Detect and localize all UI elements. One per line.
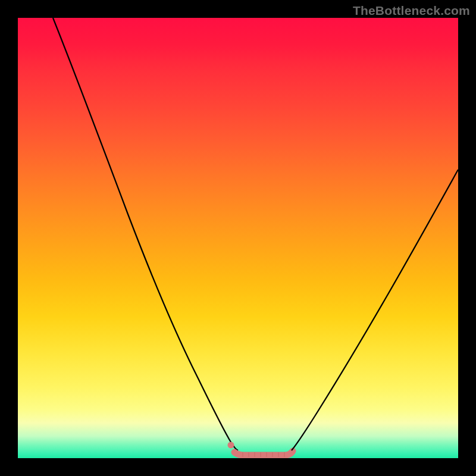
left-dot [228, 442, 234, 449]
chart-curves [18, 18, 458, 458]
left-curve [53, 18, 238, 450]
flat-bottom-marker [234, 451, 293, 455]
right-curve [292, 170, 458, 450]
watermark-text: TheBottleneck.com [353, 4, 470, 18]
plot-area [18, 18, 458, 458]
